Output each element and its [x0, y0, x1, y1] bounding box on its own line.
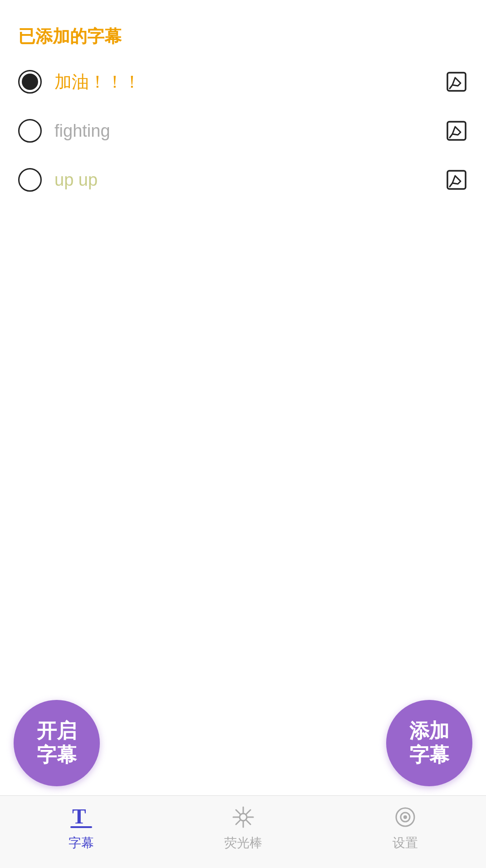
settings-tab-icon — [392, 804, 419, 831]
glow-tab-icon — [230, 804, 257, 831]
edit-icon-2[interactable] — [445, 119, 468, 142]
add-subtitle-label: 添加字幕 — [409, 719, 449, 767]
subtitle-text-3: up up — [54, 170, 98, 190]
item-left: up up — [18, 168, 98, 192]
tab-subtitle[interactable]: T 字幕 — [0, 804, 162, 852]
subtitle-text-1: 加油！！！ — [54, 70, 141, 94]
section-title: 已添加的字幕 — [0, 0, 486, 57]
edit-icon-1[interactable] — [445, 70, 468, 93]
radio-inner-1 — [22, 74, 38, 90]
item-left: 加油！！！ — [18, 70, 141, 94]
tab-settings-label: 设置 — [393, 834, 418, 852]
page-container: 已添加的字幕 加油！！！ figh — [0, 0, 486, 868]
svg-line-3 — [450, 134, 452, 138]
list-item: fighting — [18, 106, 468, 155]
svg-line-15 — [246, 810, 250, 814]
svg-line-5 — [450, 183, 452, 187]
fab-container: 开启字幕 添加字幕 — [0, 700, 486, 786]
open-subtitle-button[interactable]: 开启字幕 — [14, 700, 100, 786]
svg-point-8 — [240, 813, 247, 821]
svg-point-19 — [403, 815, 407, 819]
svg-line-1 — [450, 85, 452, 89]
tab-settings[interactable]: 设置 — [324, 804, 486, 852]
subtitle-tab-icon: T — [68, 804, 95, 831]
item-left: fighting — [18, 119, 110, 143]
radio-button-2[interactable] — [18, 119, 42, 143]
subtitle-text-2: fighting — [54, 121, 110, 141]
svg-line-13 — [236, 810, 240, 814]
list-item: up up — [18, 155, 468, 204]
radio-button-1[interactable] — [18, 70, 42, 94]
tab-subtitle-label: 字幕 — [69, 834, 94, 852]
tab-glow[interactable]: 荧光棒 — [162, 804, 324, 852]
tab-glow-label: 荧光棒 — [224, 834, 262, 852]
svg-line-16 — [236, 820, 240, 824]
radio-button-3[interactable] — [18, 168, 42, 192]
add-subtitle-button[interactable]: 添加字幕 — [386, 700, 472, 786]
open-subtitle-label: 开启字幕 — [37, 719, 77, 767]
svg-text:T: T — [72, 805, 86, 828]
edit-icon-3[interactable] — [445, 169, 468, 191]
svg-line-14 — [246, 820, 250, 824]
tab-bar: T 字幕 — [0, 795, 486, 868]
list-item: 加油！！！ — [18, 57, 468, 106]
